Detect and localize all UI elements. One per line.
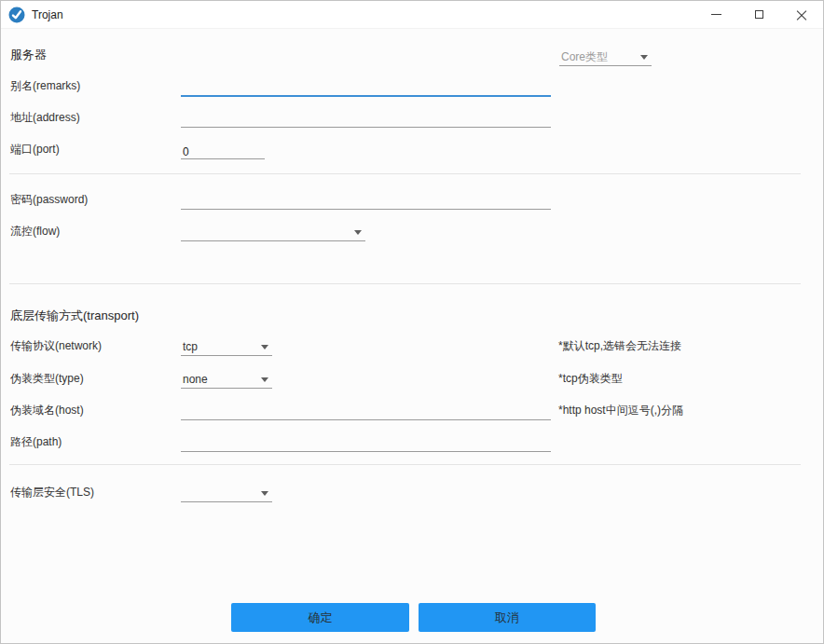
host-label: 伪装域名(host) <box>10 403 84 418</box>
network-hint: *默认tcp,选错会无法连接 <box>558 338 681 353</box>
port-label: 端口(port) <box>10 142 60 157</box>
divider <box>9 464 801 465</box>
chevron-down-icon <box>261 377 268 382</box>
chevron-down-icon <box>261 491 268 496</box>
app-icon <box>8 7 25 23</box>
remarks-input[interactable] <box>181 81 551 97</box>
remarks-label: 别名(remarks) <box>10 78 80 93</box>
tls-label: 传输层安全(TLS) <box>10 485 94 500</box>
cancel-button[interactable]: 取消 <box>419 603 596 632</box>
maximize-button[interactable] <box>737 1 780 29</box>
core-type-select[interactable]: Core类型 <box>559 48 652 66</box>
section-server: 服务器 <box>10 47 47 63</box>
chevron-down-icon <box>354 230 362 235</box>
flow-label: 流控(flow) <box>10 224 60 239</box>
network-select[interactable]: tcp <box>181 337 272 356</box>
close-button[interactable] <box>780 1 823 29</box>
trojan-dialog-window: Trojan 服务器 Core类型 别名(remarks) 地址(address… <box>0 0 824 644</box>
section-transport: 底层传输方式(transport) <box>10 308 139 324</box>
close-icon <box>796 9 807 21</box>
maximize-icon <box>755 10 763 19</box>
network-value: tcp <box>181 337 272 356</box>
window-title: Trojan <box>32 8 63 21</box>
type-label: 伪装类型(type) <box>10 371 84 386</box>
type-value: none <box>181 370 272 389</box>
ok-button[interactable]: 确定 <box>231 603 409 632</box>
minimize-button[interactable] <box>694 1 737 29</box>
chevron-down-icon <box>640 55 648 60</box>
host-hint: *http host中间逗号(,)分隔 <box>558 403 683 418</box>
password-input[interactable] <box>181 195 551 210</box>
port-input[interactable] <box>181 144 265 159</box>
titlebar: Trojan <box>1 1 823 29</box>
type-select[interactable]: none <box>181 370 272 389</box>
type-hint: *tcp伪装类型 <box>558 371 623 386</box>
divider <box>9 283 801 284</box>
host-input[interactable] <box>181 405 551 420</box>
divider <box>9 173 801 174</box>
tls-select[interactable] <box>181 484 272 502</box>
flow-select[interactable] <box>181 223 365 241</box>
path-label: 路径(path) <box>10 434 62 449</box>
network-label: 传输协议(network) <box>10 338 102 353</box>
password-label: 密码(password) <box>10 192 88 207</box>
address-label: 地址(address) <box>10 110 80 125</box>
address-input[interactable] <box>181 113 551 128</box>
core-type-value: Core类型 <box>559 48 652 66</box>
chevron-down-icon <box>261 345 268 349</box>
minimize-icon <box>711 14 721 15</box>
path-input[interactable] <box>181 437 551 452</box>
